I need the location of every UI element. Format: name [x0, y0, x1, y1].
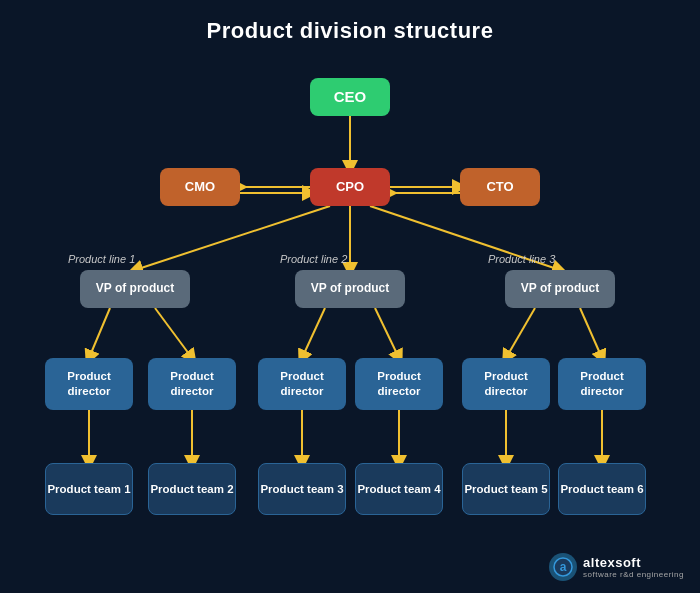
cto-node: CTO [460, 168, 540, 206]
product-team-2-node: Product team 2 [148, 463, 236, 515]
altexsoft-text: altexsoft software r&d engineering [583, 555, 684, 579]
product-director-6-node: Product director [558, 358, 646, 410]
svg-text:a: a [560, 560, 567, 574]
vp-product-3-node: VP of product [505, 270, 615, 308]
product-director-4-node: Product director [355, 358, 443, 410]
svg-line-13 [580, 308, 602, 358]
product-director-1-node: Product director [45, 358, 133, 410]
product-line-1-label: Product line 1 [68, 253, 135, 265]
ceo-node: CEO [310, 78, 390, 116]
vp-product-2-node: VP of product [295, 270, 405, 308]
product-team-6-node: Product team 6 [558, 463, 646, 515]
product-line-3-label: Product line 3 [488, 253, 555, 265]
product-director-5-node: Product director [462, 358, 550, 410]
svg-line-9 [155, 308, 192, 358]
altexsoft-logo: a altexsoft software r&d engineering [549, 553, 684, 581]
svg-line-10 [302, 308, 325, 358]
page-title: Product division structure [0, 0, 700, 44]
org-chart: CEO CPO CMO CTO Product line 1 Product l… [0, 48, 700, 593]
product-team-5-node: Product team 5 [462, 463, 550, 515]
vp-product-1-node: VP of product [80, 270, 190, 308]
product-director-3-node: Product director [258, 358, 346, 410]
cmo-node: CMO [160, 168, 240, 206]
cpo-node: CPO [310, 168, 390, 206]
svg-line-8 [89, 308, 110, 358]
altexsoft-icon: a [549, 553, 577, 581]
product-team-1-node: Product team 1 [45, 463, 133, 515]
product-line-2-label: Product line 2 [280, 253, 347, 265]
svg-line-12 [506, 308, 535, 358]
svg-line-11 [375, 308, 399, 358]
product-director-2-node: Product director [148, 358, 236, 410]
product-team-4-node: Product team 4 [355, 463, 443, 515]
product-team-3-node: Product team 3 [258, 463, 346, 515]
